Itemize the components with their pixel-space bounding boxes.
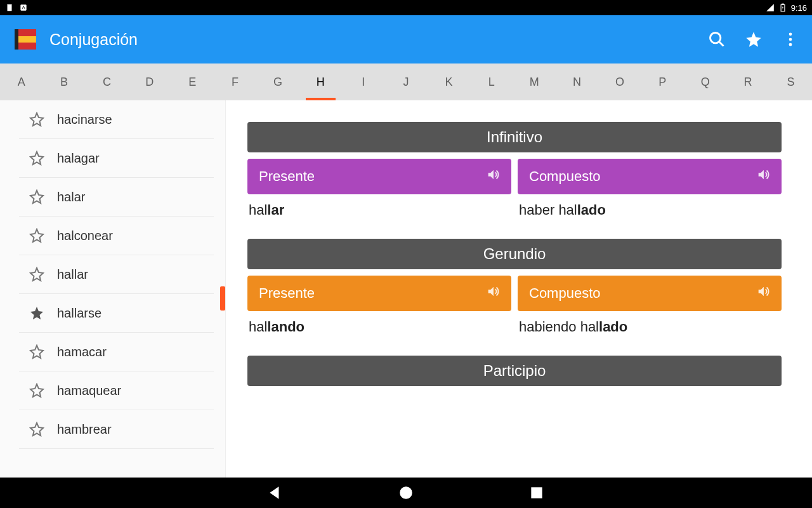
alpha-tab-j[interactable]: J xyxy=(384,64,427,100)
svg-rect-5 xyxy=(15,29,18,50)
star-outline-icon[interactable] xyxy=(29,228,44,243)
search-button[interactable] xyxy=(708,30,726,48)
svg-rect-0 xyxy=(8,4,12,11)
nav-home-button[interactable] xyxy=(398,485,414,501)
svg-rect-6 xyxy=(18,29,36,36)
search-icon xyxy=(708,30,726,48)
star-outline-icon[interactable] xyxy=(29,189,44,204)
alpha-tab-r[interactable]: R xyxy=(726,64,769,100)
svg-text:A: A xyxy=(22,5,25,10)
speaker-icon[interactable] xyxy=(756,284,770,302)
speaker-icon[interactable] xyxy=(756,168,770,185)
star-outline-icon[interactable] xyxy=(29,267,44,282)
verb-item[interactable]: hacinarse xyxy=(19,100,214,139)
tense-label: Compuesto xyxy=(529,168,601,185)
verb-item[interactable]: hamacar xyxy=(19,333,214,371)
alphabet-tabs: ABCDEFGHIJKLMNOPQRS xyxy=(0,64,812,100)
star-outline-icon[interactable] xyxy=(29,344,44,359)
app-logo-icon xyxy=(13,27,38,52)
svg-line-10 xyxy=(719,42,724,46)
triangle-back-icon xyxy=(267,485,284,501)
alpha-tab-s[interactable]: S xyxy=(769,64,812,100)
alpha-tab-e[interactable]: E xyxy=(171,64,214,100)
nav-back-button[interactable] xyxy=(267,485,284,501)
battery-icon xyxy=(778,3,787,12)
verb-item[interactable]: hallarse xyxy=(19,294,214,333)
svg-rect-15 xyxy=(531,487,542,498)
alpha-tab-f[interactable]: F xyxy=(214,64,256,100)
verb-item[interactable]: hambrear xyxy=(19,410,214,449)
more-vert-icon xyxy=(782,30,799,48)
verb-item[interactable]: hamaquear xyxy=(19,371,214,410)
alpha-tab-p[interactable]: P xyxy=(641,64,684,100)
alpha-tab-b[interactable]: B xyxy=(43,64,85,100)
alpha-tab-q[interactable]: Q xyxy=(684,64,726,100)
speaker-icon[interactable] xyxy=(486,284,500,302)
app-badge-icon: A xyxy=(19,3,28,12)
svg-rect-7 xyxy=(18,36,36,43)
alpha-tab-o[interactable]: O xyxy=(598,64,641,100)
tense-label: Presente xyxy=(259,285,315,302)
verb-item[interactable]: halar xyxy=(19,178,214,217)
verb-label: hacinarse xyxy=(57,112,112,127)
verb-label: halar xyxy=(57,190,85,204)
status-time: 9:16 xyxy=(791,3,807,13)
alpha-tab-d[interactable]: D xyxy=(128,64,171,100)
verb-label: hambrear xyxy=(57,422,112,437)
alpha-tab-a[interactable]: A xyxy=(0,64,43,100)
svg-point-13 xyxy=(789,43,792,46)
active-tab-indicator xyxy=(306,98,336,100)
verb-item[interactable]: halconear xyxy=(19,217,214,255)
tense-header[interactable]: Presente xyxy=(247,159,511,194)
alpha-tab-c[interactable]: C xyxy=(86,64,128,100)
svg-point-14 xyxy=(400,486,412,499)
signal-icon xyxy=(766,3,775,12)
star-icon xyxy=(745,30,763,48)
verb-label: hallarse xyxy=(57,306,102,321)
verb-label: hallar xyxy=(57,267,88,282)
alpha-tab-k[interactable]: K xyxy=(428,64,470,100)
alpha-tab-m[interactable]: M xyxy=(513,64,556,100)
section-header: Gerundio xyxy=(247,239,782,269)
alpha-tab-g[interactable]: G xyxy=(256,64,299,100)
verb-form: habiendo hallado xyxy=(518,316,782,338)
svg-point-12 xyxy=(789,38,792,41)
tense-header[interactable]: Compuesto xyxy=(518,276,782,311)
verb-list-sidebar[interactable]: hacinarsehalagarhalarhalconearhallarhall… xyxy=(0,100,226,478)
star-outline-icon[interactable] xyxy=(29,422,44,437)
overflow-menu-button[interactable] xyxy=(782,30,799,48)
alpha-tab-i[interactable]: I xyxy=(342,64,384,100)
verb-form: hallando xyxy=(247,316,511,338)
verb-form: haber hallado xyxy=(518,199,782,221)
speaker-icon[interactable] xyxy=(486,168,500,185)
notification-icon xyxy=(5,3,14,12)
nav-recent-button[interactable] xyxy=(528,485,545,501)
app-title: Conjugación xyxy=(49,30,708,49)
favorites-button[interactable] xyxy=(745,30,763,48)
svg-point-9 xyxy=(710,33,721,43)
verb-label: hamaquear xyxy=(57,384,121,398)
alpha-tab-h[interactable]: H xyxy=(299,64,342,100)
android-nav-bar xyxy=(0,478,812,508)
star-outline-icon[interactable] xyxy=(29,150,44,166)
verb-item[interactable]: hallar xyxy=(19,255,214,294)
star-filled-icon[interactable] xyxy=(29,305,44,321)
star-outline-icon[interactable] xyxy=(29,112,44,127)
verb-item[interactable]: halagar xyxy=(19,139,214,178)
conjugation-panel[interactable]: InfinitivoPresenteCompuestohallarhaber h… xyxy=(226,100,812,478)
android-status-bar: A 9:16 xyxy=(0,0,812,15)
alpha-tab-l[interactable]: L xyxy=(470,64,513,100)
tense-header[interactable]: Presente xyxy=(247,276,511,311)
svg-rect-8 xyxy=(18,43,36,50)
app-bar: Conjugación xyxy=(0,15,812,64)
svg-point-11 xyxy=(789,33,792,36)
tense-label: Presente xyxy=(259,168,315,185)
alpha-tab-n[interactable]: N xyxy=(556,64,598,100)
tense-header[interactable]: Compuesto xyxy=(518,159,782,194)
star-outline-icon[interactable] xyxy=(29,383,44,398)
verb-label: hamacar xyxy=(57,345,107,359)
square-recent-icon xyxy=(528,485,545,501)
scroll-thumb[interactable] xyxy=(220,286,225,311)
verb-form: hallar xyxy=(247,199,511,221)
tense-label: Compuesto xyxy=(529,285,601,302)
